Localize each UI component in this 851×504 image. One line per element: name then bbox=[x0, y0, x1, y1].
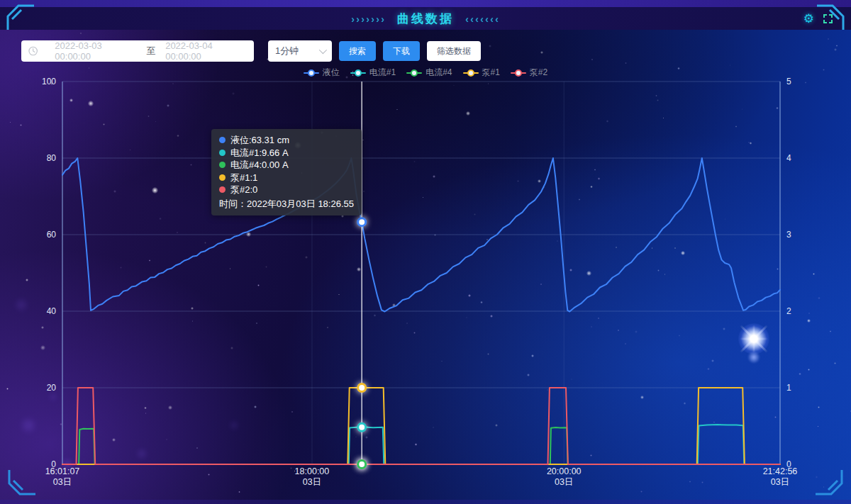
series-line-泵#1 bbox=[62, 388, 780, 464]
tooltip-row: 泵#1:1 bbox=[219, 172, 354, 184]
tooltip-series-dot-icon bbox=[219, 150, 226, 156]
tooltip-series-value: 电流#4:0.00 A bbox=[230, 159, 289, 172]
pointer-marker-液位 bbox=[358, 218, 366, 226]
x-axis-label-time: 16:01:07 bbox=[45, 466, 80, 476]
y-axis-right-label: 1 bbox=[786, 383, 791, 393]
tooltip-series-value: 液位:63.31 cm bbox=[230, 134, 289, 147]
curve-data-dashboard: ››››››› 曲线数据 ‹‹‹‹‹‹‹ ⚙ 2022-03-03 00:00:… bbox=[0, 0, 851, 504]
y-axis-left-label: 80 bbox=[47, 153, 57, 163]
curve-chart[interactable]: 02040608010001234516:01:0703日18:00:0003日… bbox=[0, 0, 851, 504]
pointer-marker-电流#1 bbox=[358, 423, 366, 431]
y-axis-left-label: 100 bbox=[42, 77, 56, 86]
y-axis-right-label: 3 bbox=[786, 230, 791, 240]
tooltip-time: 时间：2022年03月03日 18:26.55 bbox=[219, 198, 354, 211]
tooltip-series-value: 泵#2:0 bbox=[230, 184, 257, 196]
chart-tooltip: 液位:63.31 cm电流#1:9.66 A电流#4:0.00 A泵#1:1泵#… bbox=[211, 129, 362, 215]
x-axis-label-day: 03日 bbox=[53, 477, 72, 487]
y-axis-left-label: 20 bbox=[47, 383, 57, 393]
tooltip-series-dot-icon bbox=[219, 162, 226, 168]
tooltip-series-dot-icon bbox=[219, 186, 226, 193]
tooltip-series-value: 电流#1:9.66 A bbox=[230, 147, 289, 159]
tooltip-series-value: 泵#1:1 bbox=[230, 172, 257, 184]
series-line-电流#1 bbox=[62, 425, 780, 464]
x-axis-label-time: 20:00:00 bbox=[547, 466, 582, 476]
x-axis-label-time: 21:42:56 bbox=[763, 466, 798, 476]
y-axis-left-label: 60 bbox=[47, 230, 57, 240]
pointer-marker-电流#4 bbox=[358, 461, 366, 469]
series-line-泵#2 bbox=[62, 388, 780, 464]
pointer-marker-泵#1 bbox=[358, 384, 366, 392]
tooltip-series-dot-icon bbox=[219, 174, 226, 181]
tooltip-row: 电流#4:0.00 A bbox=[219, 159, 354, 172]
tooltip-row: 液位:63.31 cm bbox=[219, 134, 354, 147]
series-line-电流#4 bbox=[62, 427, 780, 464]
tooltip-row: 泵#2:0 bbox=[219, 184, 354, 196]
x-axis-label-day: 03日 bbox=[771, 477, 789, 487]
y-axis-right-label: 2 bbox=[786, 306, 791, 316]
y-axis-left-label: 40 bbox=[47, 306, 57, 316]
y-axis-right-label: 5 bbox=[786, 77, 791, 86]
x-axis-label-day: 03日 bbox=[555, 477, 573, 487]
tooltip-row: 电流#1:9.66 A bbox=[219, 147, 354, 159]
x-axis-label-time: 18:00:00 bbox=[295, 466, 330, 476]
x-axis-label-day: 03日 bbox=[303, 477, 321, 487]
y-axis-right-label: 4 bbox=[786, 153, 791, 163]
tooltip-series-dot-icon bbox=[219, 137, 226, 143]
